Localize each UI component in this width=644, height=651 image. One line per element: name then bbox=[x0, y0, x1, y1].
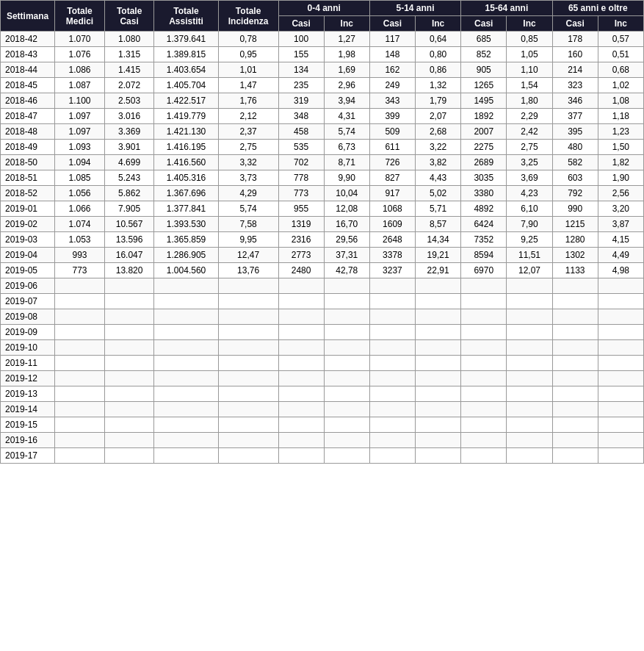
cell-c04casi bbox=[278, 371, 324, 386]
cell-c1564inc: 1,05 bbox=[507, 47, 552, 62]
cell-casi bbox=[104, 356, 154, 371]
cell-incidenza bbox=[218, 294, 278, 309]
cell-c1564casi bbox=[461, 278, 507, 294]
cell-c04casi bbox=[278, 356, 324, 371]
cell-c514inc: 5,71 bbox=[416, 201, 461, 217]
cell-c65inc: 1,18 bbox=[598, 109, 643, 124]
cell-c514inc bbox=[416, 371, 461, 386]
cell-casi: 3.901 bbox=[104, 140, 154, 155]
cell-settimana: 2019-02 bbox=[1, 217, 55, 232]
cell-c1564casi bbox=[461, 294, 507, 309]
cell-c514inc: 19,21 bbox=[416, 248, 461, 263]
cell-assistiti: 1.365.859 bbox=[154, 232, 218, 248]
cell-c514casi: 827 bbox=[369, 170, 415, 186]
cell-c1564casi: 1265 bbox=[461, 78, 507, 93]
cell-c1564inc: 1,80 bbox=[507, 93, 552, 109]
cell-c04inc: 1,69 bbox=[324, 62, 369, 78]
cell-c1564inc bbox=[507, 417, 552, 433]
cell-c1564casi bbox=[461, 417, 507, 433]
cell-c514inc bbox=[416, 433, 461, 448]
cell-medici bbox=[55, 309, 105, 325]
cell-c1564inc bbox=[507, 386, 552, 402]
cell-medici bbox=[55, 325, 105, 340]
cell-c514inc: 3,82 bbox=[416, 155, 461, 170]
cell-c514inc: 0,86 bbox=[416, 62, 461, 78]
cell-c65casi: 178 bbox=[552, 32, 598, 47]
cell-c04casi: 773 bbox=[278, 186, 324, 201]
cell-c1564inc: 6,10 bbox=[507, 201, 552, 217]
cell-settimana: 2019-05 bbox=[1, 263, 55, 278]
cell-c1564inc: 9,25 bbox=[507, 232, 552, 248]
cell-assistiti: 1.416.560 bbox=[154, 155, 218, 170]
cell-c04casi: 2773 bbox=[278, 248, 324, 263]
cell-incidenza: 1,47 bbox=[218, 78, 278, 93]
cell-c04casi: 702 bbox=[278, 155, 324, 170]
cell-medici: 1.086 bbox=[55, 62, 105, 78]
col-settimana: Settimana bbox=[1, 1, 55, 32]
cell-c514inc: 3,22 bbox=[416, 140, 461, 155]
cell-incidenza bbox=[218, 448, 278, 464]
cell-c1564casi bbox=[461, 325, 507, 340]
cell-c514casi bbox=[369, 278, 415, 294]
cell-c04inc: 10,04 bbox=[324, 186, 369, 201]
cell-c65inc: 1,02 bbox=[598, 78, 643, 93]
cell-casi: 2.503 bbox=[104, 93, 154, 109]
cell-c1564casi bbox=[461, 340, 507, 356]
cell-c514inc: 8,57 bbox=[416, 217, 461, 232]
cell-c514inc: 1,32 bbox=[416, 78, 461, 93]
cell-c514inc bbox=[416, 417, 461, 433]
cell-casi: 1.415 bbox=[104, 62, 154, 78]
col-medici: TotaleMedici bbox=[55, 1, 105, 32]
cell-c1564inc: 3,69 bbox=[507, 170, 552, 186]
cell-settimana: 2019-15 bbox=[1, 417, 55, 433]
cell-c65casi: 990 bbox=[552, 201, 598, 217]
cell-medici: 1.056 bbox=[55, 186, 105, 201]
cell-c04inc: 29,56 bbox=[324, 232, 369, 248]
cell-casi bbox=[104, 417, 154, 433]
cell-medici bbox=[55, 448, 105, 464]
cell-c1564casi: 3035 bbox=[461, 170, 507, 186]
cell-settimana: 2019-17 bbox=[1, 448, 55, 464]
cell-settimana: 2019-04 bbox=[1, 248, 55, 263]
cell-assistiti bbox=[154, 294, 218, 309]
cell-c514inc: 5,02 bbox=[416, 186, 461, 201]
cell-c1564casi: 3380 bbox=[461, 186, 507, 201]
cell-casi bbox=[104, 371, 154, 386]
cell-c1564casi bbox=[461, 433, 507, 448]
cell-c65casi: 346 bbox=[552, 93, 598, 109]
cell-c04casi bbox=[278, 309, 324, 325]
cell-c1564inc: 11,51 bbox=[507, 248, 552, 263]
cell-c1564casi: 8594 bbox=[461, 248, 507, 263]
cell-assistiti: 1.393.530 bbox=[154, 217, 218, 232]
cell-c04casi: 319 bbox=[278, 93, 324, 109]
cell-medici: 1.070 bbox=[55, 32, 105, 47]
cell-incidenza: 9,95 bbox=[218, 232, 278, 248]
cell-c1564casi: 685 bbox=[461, 32, 507, 47]
cell-c04casi: 134 bbox=[278, 62, 324, 78]
cell-c65inc: 1,08 bbox=[598, 93, 643, 109]
cell-c65casi bbox=[552, 309, 598, 325]
cell-c514casi: 1609 bbox=[369, 217, 415, 232]
cell-incidenza: 2,37 bbox=[218, 124, 278, 140]
cell-casi bbox=[104, 340, 154, 356]
cell-medici bbox=[55, 356, 105, 371]
cell-medici: 773 bbox=[55, 263, 105, 278]
cell-medici: 1.076 bbox=[55, 47, 105, 62]
sub-514inc: Inc bbox=[416, 16, 461, 32]
cell-c04inc: 9,90 bbox=[324, 170, 369, 186]
cell-incidenza bbox=[218, 278, 278, 294]
cell-c04inc: 2,96 bbox=[324, 78, 369, 93]
cell-c514inc bbox=[416, 278, 461, 294]
col-incidenza: TotaleIncidenza bbox=[218, 1, 278, 32]
cell-c04inc bbox=[324, 402, 369, 417]
sub-04casi: Casi bbox=[278, 16, 324, 32]
cell-c65casi bbox=[552, 417, 598, 433]
cell-c1564inc: 7,90 bbox=[507, 217, 552, 232]
cell-settimana: 2018-42 bbox=[1, 32, 55, 47]
cell-assistiti: 1.405.704 bbox=[154, 78, 218, 93]
cell-c65inc bbox=[598, 278, 643, 294]
cell-incidenza bbox=[218, 371, 278, 386]
cell-casi: 2.072 bbox=[104, 78, 154, 93]
cell-incidenza bbox=[218, 386, 278, 402]
cell-medici bbox=[55, 417, 105, 433]
